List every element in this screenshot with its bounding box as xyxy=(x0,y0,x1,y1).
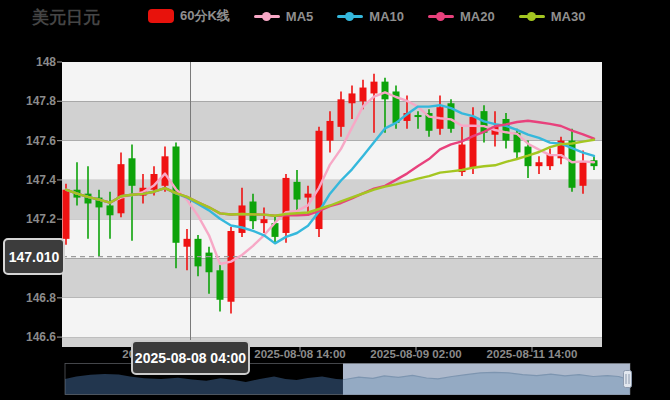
ma5-line-dot-icon xyxy=(254,9,280,23)
legend-item-ma10[interactable]: MA10 xyxy=(337,9,404,24)
crosshair-time-tooltip: 2025-08-08 04:00 xyxy=(131,340,250,375)
ma10-line-dot-icon xyxy=(337,9,363,23)
x-axis-label: 2025-08-11 14:00 xyxy=(487,348,578,360)
legend-label: MA20 xyxy=(460,9,495,24)
kline-swatch-icon xyxy=(148,9,174,23)
crosshair-price-label: 147.010 xyxy=(3,238,65,275)
y-axis-label: 147.4 xyxy=(0,173,56,187)
legend-label: MA30 xyxy=(551,9,586,24)
legend-item-kline[interactable]: 60分K线 xyxy=(148,7,230,25)
y-axis-label: 147.6 xyxy=(0,134,56,148)
y-axis-label: 147.2 xyxy=(0,212,56,226)
ma30-line-dot-icon xyxy=(519,9,545,23)
y-axis-label: 146.6 xyxy=(0,330,56,344)
legend-item-ma30[interactable]: MA30 xyxy=(519,9,586,24)
legend-label: MA5 xyxy=(286,9,313,24)
y-axis-label: 148 xyxy=(0,55,56,69)
chart-legend: 60分K线 MA5 MA10 MA20 MA30 xyxy=(148,7,585,25)
x-axis-label: 2025-08-08 14:00 xyxy=(254,348,345,360)
navigator-right-handle[interactable] xyxy=(624,371,632,388)
legend-item-ma5[interactable]: MA5 xyxy=(254,9,313,24)
y-axis-label: 147.8 xyxy=(0,94,56,108)
legend-label: MA10 xyxy=(369,9,404,24)
y-axis-label: 146.8 xyxy=(0,291,56,305)
x-axis-label: 2025-08-09 02:00 xyxy=(370,348,461,360)
x-axis: 2025-08-08 02:002025-08-08 14:002025-08-… xyxy=(0,348,670,362)
y-axis: 148147.8147.6147.4147.2147146.8146.6 xyxy=(0,0,56,360)
usdjpy-chart-app: 美元日元 60分K线 MA5 MA10 MA20 MA30 148147.814… xyxy=(0,0,670,400)
legend-item-ma20[interactable]: MA20 xyxy=(428,9,495,24)
candlestick-chart-canvas xyxy=(0,0,670,400)
legend-label: 60分K线 xyxy=(180,7,230,25)
ma20-line-dot-icon xyxy=(428,9,454,23)
